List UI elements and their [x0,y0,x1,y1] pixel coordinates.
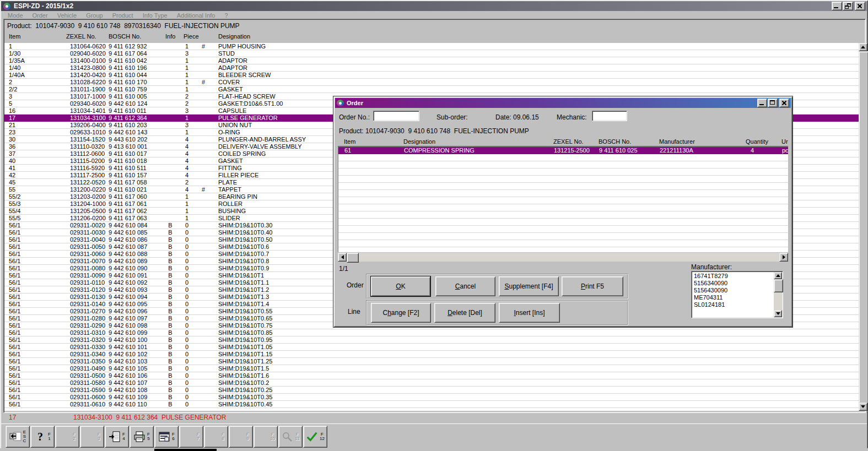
manufacturer-item[interactable]: ME704311 [693,294,773,301]
cell-piece: 4 [181,157,193,165]
scrollbar-thumb[interactable] [859,51,868,404]
delete-button[interactable]: Delete [Del] [434,303,495,323]
col-header-info: Info [165,33,175,40]
mechanic-label: Mechanic: [557,113,587,121]
menu-item[interactable]: Info Type [143,12,168,19]
toolbar-icon [208,431,220,442]
cell-designation: SHIM:D19&10T1.6 [218,372,269,379]
cell-hash: # [202,186,205,193]
menu-item[interactable]: Order [33,12,48,19]
cell-piece: 2 [181,179,193,186]
toolbar-button[interactable]: F 4 [105,426,129,448]
cell-info: B [165,358,175,365]
table-row[interactable]: 2 131028-6220 9 411 610 170 1 # COVER [4,79,859,86]
scroll-down-icon[interactable] [774,310,782,317]
table-row[interactable]: 56/1 029311-0320 9 442 610 100 B 0 SHIM:… [4,336,859,344]
scroll-down-icon[interactable] [859,403,867,411]
manufacturer-item[interactable]: 16741T8279 [693,273,773,280]
maximize-icon[interactable] [768,99,778,107]
close-icon[interactable] [855,2,865,10]
cell-bosch: 9 442 610 108 [109,387,147,394]
scroll-up-icon[interactable] [859,43,867,51]
toolbar-button-label: F 8 [222,432,224,441]
cell-item: 56/1 [9,251,20,258]
cell-item: 61 [344,147,351,154]
cell-bosch: 9 411 617 062 [109,208,147,215]
restore-icon[interactable] [843,2,853,10]
table-row[interactable]: 2/2 131011-1900 9 411 610 759 1 GASKET [4,86,859,93]
toolbar-button[interactable]: ? F 1 [30,426,55,448]
table-row[interactable]: 1 131064-0620 9 411 612 932 1 # PUMP HOU… [4,43,859,50]
table-row[interactable]: 56/1 029311-0590 9 442 610 108 B 0 SHIM:… [4,387,859,394]
order-no-input[interactable] [373,111,419,121]
cancel-button[interactable]: Cancel [435,276,495,296]
cell-piece: 4 [181,150,193,157]
print-button[interactable]: Print F5 [562,276,623,296]
table-row[interactable]: 56/1 029311-0330 9 442 610 101 B 0 SHIM:… [4,344,859,351]
menu-item[interactable]: Mode [8,12,23,19]
col-header-bosch: BOSCH No. [109,33,141,40]
cell-bosch: 9 411 612 932 [109,43,147,50]
cell-designation: SHIM:D19&10T0.2 [218,379,269,387]
menu-item[interactable]: Additional Info [177,12,215,19]
report-icon [158,431,170,442]
manufacturer-listbox[interactable]: 16741T827951563400905156430090ME704311SL… [691,271,783,318]
menu-item[interactable]: ? [224,12,228,19]
toolbar-button[interactable]: F 5 [130,426,154,448]
table-row[interactable]: 56/1 029311-0350 9 442 610 103 B 0 SHIM:… [4,358,859,365]
table-row[interactable]: 56/1 029311-0310 9 442 610 099 B 0 SHIM:… [4,329,859,336]
vertical-scrollbar[interactable] [859,43,867,411]
horizontal-scrollbar[interactable] [338,253,788,262]
table-row[interactable]: 1/35A 131400-0100 9 411 610 042 1 ADAPTO… [4,57,859,64]
supplement-button[interactable]: Supplement [F4] [499,276,559,296]
change-button[interactable]: Change [F2] [371,303,431,323]
cell-bosch: 9 442 610 092 [109,279,147,286]
cell-bosch: 9 442 610 105 [109,365,147,372]
cell-zexel: 029311-0270 [70,308,105,315]
cell-zexel: 131154-1520 [70,136,105,143]
menu-item[interactable]: Product [112,12,133,19]
listbox-scrollbar[interactable] [774,272,782,317]
col-header-item: Item [344,138,355,145]
toolbar-button[interactable]: F 12 [303,426,327,448]
cell-piece: 0 [181,258,193,265]
scrollbar-thumb[interactable] [347,253,359,263]
manufacturer-item[interactable]: SL0124181 [693,301,773,308]
cell-piece: 0 [181,387,193,394]
manufacturer-item[interactable]: 5156430090 [693,287,773,294]
table-row[interactable]: 56/1 029311-0490 9 442 610 105 B 0 SHIM:… [4,365,859,372]
scroll-left-icon[interactable] [338,253,347,262]
cell-hash: # [202,43,205,50]
cell-item: 56/1 [9,294,20,301]
minimize-icon[interactable] [832,2,842,10]
ok-button[interactable]: OK [371,276,430,296]
table-row[interactable]: 56/1 029311-0580 9 442 610 107 B 0 SHIM:… [4,379,859,387]
manufacturer-item[interactable]: 5156340090 [693,280,773,287]
cell-info: B [165,272,175,279]
cell-zexel: 029311-0500 [70,372,105,379]
cell-zexel: 131117-2500 [70,172,105,179]
mechanic-input[interactable] [592,111,627,121]
menu-item[interactable]: Vehicle [57,12,77,19]
cell-designation: SHIM:D19&10T0.75 [218,322,272,329]
order-item-row[interactable]: 61 COMPRESSION SPRING 131215-2500 9 411 … [338,147,788,154]
cell-bosch: 9 411 610 021 [109,186,147,193]
toolbar-button[interactable]: F 6 [154,426,179,448]
cell-info: B [165,372,175,379]
insert-button[interactable]: Insert [Ins] [499,303,560,323]
scrollbar-thumb[interactable] [774,279,783,292]
table-row[interactable]: 1/40 131423-0800 9 411 610 196 1 ADAPTOR [4,64,859,72]
close-icon[interactable] [779,99,789,107]
menu-item[interactable]: Group [86,12,103,19]
table-row[interactable]: 56/1 029311-0600 9 442 610 109 B 0 SHIM:… [4,394,859,401]
table-row[interactable]: 56/1 029311-0340 9 442 610 102 B 0 SHIM:… [4,351,859,358]
toolbar-button[interactable]: E S C [6,426,30,448]
table-row[interactable]: 56/1 029311-0610 9 442 610 110 B 0 SHIM:… [4,401,859,408]
table-row[interactable]: 1/40A 131420-0420 9 411 610 044 1 BLEEDE… [4,72,859,79]
scroll-up-icon[interactable] [774,272,782,279]
cell-bosch: 9 411 617 061 [109,200,147,208]
minimize-icon[interactable] [757,99,767,107]
table-row[interactable]: 1/30 029040-6020 9 411 617 064 3 STUD [4,50,859,57]
table-row[interactable]: 56/1 029311-0500 9 442 610 106 B 0 SHIM:… [4,372,859,379]
scroll-right-icon[interactable] [779,253,788,262]
